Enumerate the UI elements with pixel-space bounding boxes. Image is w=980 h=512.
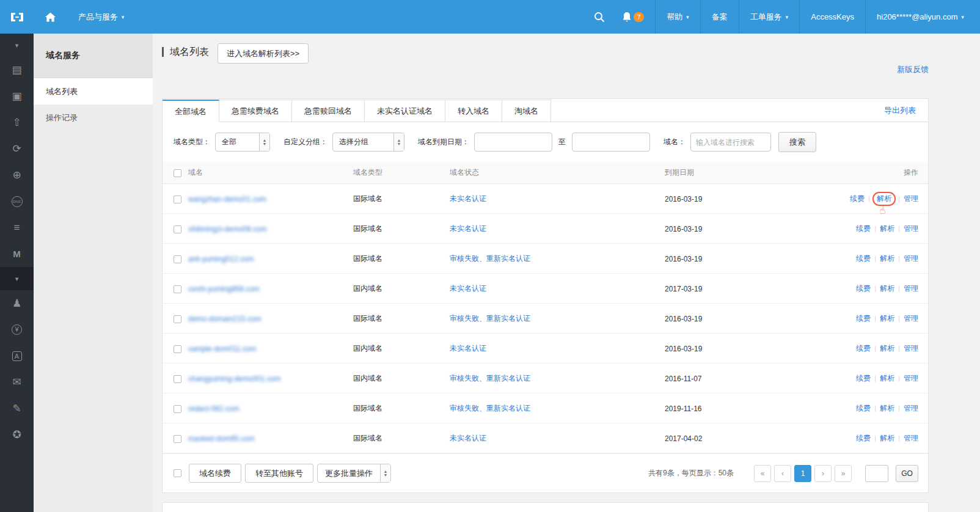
renew-link[interactable]: 续费 <box>856 254 871 263</box>
domain-link[interactable]: ceshi-yuming858.com <box>188 285 260 293</box>
sidebar-list-icon[interactable]: ≡ <box>0 214 34 241</box>
accesskeys-link[interactable]: AccessKeys <box>799 0 865 34</box>
renew-link[interactable]: 续费 <box>856 374 871 382</box>
sidebar-mail-icon[interactable]: ✉ <box>0 369 34 395</box>
manage-link[interactable]: 管理 <box>904 284 918 293</box>
products-menu[interactable]: 产品与服务 ▾ <box>67 0 136 34</box>
sidebar-image-icon[interactable]: ▣ <box>0 83 34 109</box>
manage-link[interactable]: 管理 <box>904 194 918 203</box>
resolve-link[interactable]: 解析 <box>880 404 894 412</box>
expiry-date-from-input[interactable] <box>474 133 552 152</box>
select-all-checkbox[interactable] <box>174 169 181 177</box>
resolve-link[interactable]: 解析 <box>877 194 891 203</box>
manage-link[interactable]: 管理 <box>904 404 918 412</box>
status-link[interactable]: 未实名认证 <box>450 284 486 293</box>
search-button[interactable]: 搜索 <box>778 132 816 152</box>
renew-link[interactable]: 续费 <box>856 284 871 293</box>
row-checkbox[interactable] <box>174 315 181 323</box>
domain-link[interactable]: masked-dom95.com <box>188 434 255 443</box>
row-checkbox[interactable] <box>174 225 181 233</box>
sidebar-user-icon[interactable]: ♟ <box>0 290 34 316</box>
sidebar-chevron-down-active-icon[interactable]: ▾ <box>0 267 34 290</box>
sidebar-upload-icon[interactable]: ⇧ <box>0 109 34 136</box>
domain-type-select[interactable]: 全部 ▲▼ <box>215 133 270 152</box>
export-list-link[interactable]: 导出列表 <box>884 99 916 122</box>
domain-link[interactable]: demo-domain215.com <box>188 315 261 323</box>
status-link[interactable]: 审核失败、重新实名认证 <box>450 254 530 263</box>
domain-link[interactable]: wangzhan-demo01.com <box>188 195 266 203</box>
domain-link[interactable]: redact-082.com <box>188 404 239 413</box>
resolve-link[interactable]: 解析 <box>880 254 894 263</box>
domain-link[interactable]: sample-dom011.com <box>188 345 256 353</box>
renew-link[interactable]: 续费 <box>856 434 871 442</box>
search-button[interactable] <box>585 0 613 34</box>
tab-redeem-urgent[interactable]: 急需赎回域名 <box>292 100 365 122</box>
sidebar-item-domain-list[interactable]: 域名列表 <box>34 78 153 104</box>
tab-unverified[interactable]: 未实名认证域名 <box>365 100 445 122</box>
resolve-link[interactable]: 解析 <box>880 374 894 382</box>
row-checkbox[interactable] <box>174 196 181 203</box>
sidebar-globe-icon[interactable]: ⊕ <box>0 162 34 188</box>
sidebar-billing-icon[interactable]: ¥ <box>0 316 34 343</box>
pagination-page-1[interactable]: 1 <box>794 465 811 482</box>
status-link[interactable]: 审核失败、重新实名认证 <box>450 404 530 412</box>
status-link[interactable]: 审核失败、重新实名认证 <box>450 314 530 323</box>
sidebar-edit-icon[interactable]: ✎ <box>0 395 34 422</box>
domain-link[interactable]: shilimingzi-demo08.com <box>188 225 267 233</box>
row-checkbox[interactable] <box>174 405 181 413</box>
beian-link[interactable]: 备案 <box>700 0 739 34</box>
domain-search-input[interactable] <box>690 133 771 152</box>
domain-link[interactable]: anli-yuming012.com <box>188 255 254 263</box>
renew-link[interactable]: 续费 <box>850 194 865 203</box>
page-jump-input[interactable] <box>865 465 888 482</box>
manage-link[interactable]: 管理 <box>904 344 918 353</box>
sidebar-security-icon[interactable]: ✪ <box>0 422 34 448</box>
pagination-last-button[interactable]: » <box>835 465 852 482</box>
batch-renew-button[interactable]: 域名续费 <box>189 464 241 483</box>
renew-link[interactable]: 续费 <box>856 224 871 233</box>
status-link[interactable]: 未实名认证 <box>450 434 486 442</box>
renew-link[interactable]: 续费 <box>856 404 871 412</box>
sidebar-mq-icon[interactable]: M <box>0 241 34 267</box>
go-button[interactable]: GO <box>896 465 918 482</box>
resolve-link[interactable]: 解析 <box>880 284 894 293</box>
row-checkbox[interactable] <box>174 345 181 353</box>
status-link[interactable]: 审核失败、重新实名认证 <box>450 374 530 382</box>
row-checkbox[interactable] <box>174 255 181 263</box>
row-checkbox[interactable] <box>174 435 181 443</box>
feedback-link[interactable]: 新版反馈 <box>897 64 929 75</box>
aliyun-logo[interactable] <box>0 0 34 34</box>
status-link[interactable]: 未实名认证 <box>450 224 486 233</box>
status-link[interactable]: 未实名认证 <box>450 194 486 203</box>
sidebar-chevron-down-icon[interactable]: ▾ <box>0 34 34 57</box>
tab-renew-urgent[interactable]: 急需续费域名 <box>219 100 292 122</box>
group-select[interactable]: 选择分组 ▲▼ <box>332 133 404 152</box>
batch-more-select[interactable]: 更多批量操作 ▲▼ <box>317 464 391 483</box>
batch-transfer-button[interactable]: 转至其他账号 <box>245 464 313 483</box>
resolve-link[interactable]: 解析 <box>880 344 894 353</box>
pagination-prev-button[interactable]: ‹ <box>774 465 791 482</box>
manage-link[interactable]: 管理 <box>904 314 918 323</box>
manage-link[interactable]: 管理 <box>904 254 918 263</box>
notifications-button[interactable]: 7 <box>613 0 655 34</box>
renew-link[interactable]: 续费 <box>856 344 871 353</box>
help-menu[interactable]: 帮助 ▾ <box>655 0 700 34</box>
pagination-first-button[interactable]: « <box>754 465 771 482</box>
resolution-list-button[interactable]: 进入域名解析列表>> <box>218 43 309 64</box>
pagination-next-button[interactable]: › <box>814 465 832 482</box>
batch-select-checkbox[interactable] <box>174 469 181 477</box>
manage-link[interactable]: 管理 <box>904 224 918 233</box>
sidebar-dns-icon[interactable]: DNS <box>0 188 34 214</box>
status-link[interactable]: 未实名认证 <box>450 344 486 353</box>
manage-link[interactable]: 管理 <box>904 434 918 442</box>
expiry-date-to-input[interactable] <box>572 133 650 152</box>
account-menu[interactable]: hi206*****@aliyun.com ▾ <box>865 0 980 34</box>
manage-link[interactable]: 管理 <box>904 374 918 382</box>
resolve-link[interactable]: 解析 <box>880 314 894 323</box>
sidebar-item-operation-log[interactable]: 操作记录 <box>34 104 153 131</box>
sidebar-translate-icon[interactable]: A <box>0 343 34 369</box>
tab-transfer-in[interactable]: 转入域名 <box>445 100 502 122</box>
home-button[interactable] <box>34 0 67 34</box>
row-checkbox[interactable] <box>174 285 181 293</box>
domain-link[interactable]: changyuming-demo001.com <box>188 375 280 383</box>
